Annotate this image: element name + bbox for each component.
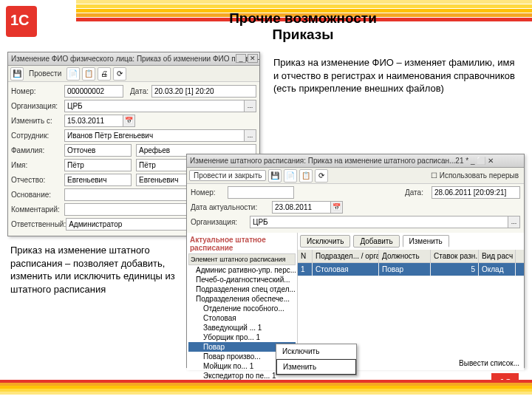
grid-header: N Подраздел... / организация Должность С… [298, 250, 524, 263]
label: Комментарий: [11, 205, 64, 214]
form-body: Номер: Дата: 28.06.2011 [20:09:21] Дата … [187, 184, 524, 233]
tree-item[interactable]: Подразделения спец отдел... [188, 284, 296, 294]
tree-item[interactable]: Печеб-о-диагностический... [188, 275, 296, 284]
tree-item[interactable]: Заведующий ... 1 [188, 323, 296, 332]
label: Имя: [11, 161, 64, 169]
ctx-change[interactable]: Изменить [276, 359, 356, 375]
number-input[interactable]: 000000002 [64, 85, 123, 98]
save-icon[interactable]: 💾 [10, 67, 24, 81]
recall-checkbox[interactable]: ☐ Использовать перерыв [428, 171, 522, 180]
tool-icon[interactable]: 📋 [82, 67, 95, 81]
label: Ответственный: [11, 220, 66, 228]
label: Номер: [191, 188, 228, 197]
midname-old[interactable]: Евгеньевич [64, 174, 132, 186]
tree-item[interactable]: Подразделения обеспече... [188, 294, 296, 304]
date-input[interactable]: 15.03.2011 [64, 115, 123, 127]
output-list-link[interactable]: Вывести список... [459, 359, 519, 367]
date-input[interactable]: 20.03.20 [1] 20:20 [151, 85, 256, 98]
window-staffing: Изменение штатного расписания: Приказ на… [186, 154, 525, 368]
description-left: Приказ на изменение штатного расписания … [10, 244, 180, 296]
firstname-old[interactable]: Пётр [64, 159, 132, 171]
employee-input[interactable]: Иванов Пётр Евгеньевич [64, 129, 245, 142]
number-input[interactable] [228, 186, 294, 199]
calendar-button[interactable]: 📅 [123, 115, 135, 127]
label: Отчество: [11, 176, 64, 184]
actual-date-input[interactable]: 23.08.2011 [272, 201, 331, 214]
label: Дата актуальности: [191, 203, 272, 211]
tab-exclude[interactable]: Исключить [300, 235, 350, 248]
lookup-button[interactable]: ... [244, 100, 256, 112]
tool-icon[interactable]: ⟳ [113, 67, 126, 81]
org-input[interactable]: ЦРБ [250, 216, 508, 228]
label: Дата: [405, 188, 432, 197]
action-tabs: Исключить Добавить Изменить [298, 233, 524, 250]
tab-change[interactable]: Изменить [403, 235, 449, 248]
tool-icon[interactable]: 📄 [66, 67, 80, 81]
conduct-button[interactable]: Провести [26, 69, 64, 78]
label: Основание: [11, 191, 64, 199]
label: Организация: [191, 218, 250, 226]
tool-icon[interactable]: 📋 [299, 169, 313, 183]
logo-icon [6, 6, 37, 37]
lookup-button[interactable]: ... [244, 129, 256, 142]
tool-icon[interactable]: 📄 [284, 169, 297, 183]
window-title: Изменение штатного расписания: Приказ на… [187, 154, 524, 168]
toolbar: Провести и закрыть 💾 📄 📋 ⟳ ☐ Использоват… [187, 168, 524, 184]
window-controls[interactable]: _✕ [236, 54, 258, 63]
right-pane: Исключить Добавить Изменить N Подраздел.… [298, 233, 524, 370]
tree-item[interactable]: Отделение пособного... [188, 304, 296, 313]
split-body: Актуальное штатное расписание Элемент шт… [187, 233, 524, 370]
tab-add[interactable]: Добавить [353, 235, 399, 248]
slide-header: ФИРМА "1С" Прочие возможностиПриказы [0, 0, 532, 46]
grid: N Подраздел... / организация Должность С… [298, 250, 524, 276]
label: Номер: [11, 87, 64, 95]
tool-icon[interactable]: 💾 [268, 169, 282, 183]
logo-1c: ФИРМА "1С" [6, 6, 74, 41]
tree-title: Актуальное штатное расписание [188, 234, 296, 253]
context-menu: Исключить Изменить [276, 344, 357, 375]
ctx-exclude[interactable]: Исключить [276, 344, 356, 359]
tree-subtitle: Элемент штатного расписания [188, 253, 296, 265]
description-right: Приказ на изменение ФИО – изменяет фамил… [273, 56, 517, 95]
label: Фамилия: [11, 146, 64, 154]
slide-title: Прочие возможностиПриказы [148, 10, 458, 43]
lastname-old[interactable]: Отточев [64, 144, 132, 157]
label: Дата: [123, 87, 151, 95]
tree-item[interactable]: Уборщик про... 1 [188, 332, 296, 342]
org-input[interactable]: ЦРБ [64, 100, 245, 112]
tree-item[interactable]: Админис ративно-упр. перс... [188, 265, 296, 275]
date-input[interactable]: 28.06.2011 [20:09:21] [432, 186, 520, 199]
tree-item[interactable]: Столовая [188, 313, 296, 323]
label: Организация: [11, 102, 64, 110]
grid-row-selected[interactable]: 1 Столовая Повар 5 Оклад [298, 263, 524, 276]
window-title: Изменение ФИО физического лица: Приказ о… [8, 52, 259, 66]
conduct-close-button[interactable]: Провести и закрыть [189, 170, 266, 181]
tool-icon[interactable]: ⟳ [315, 169, 328, 183]
lookup-button[interactable]: ... [508, 216, 520, 228]
footer-stripes [0, 380, 532, 399]
label: Сотрудник: [11, 132, 64, 140]
calendar-button[interactable]: 📅 [330, 201, 343, 214]
label: Изменить с: [11, 117, 64, 125]
toolbar: 💾 Провести 📄 📋 🖨 ⟳ [8, 66, 259, 82]
tool-icon[interactable]: 🖨 [98, 67, 111, 81]
